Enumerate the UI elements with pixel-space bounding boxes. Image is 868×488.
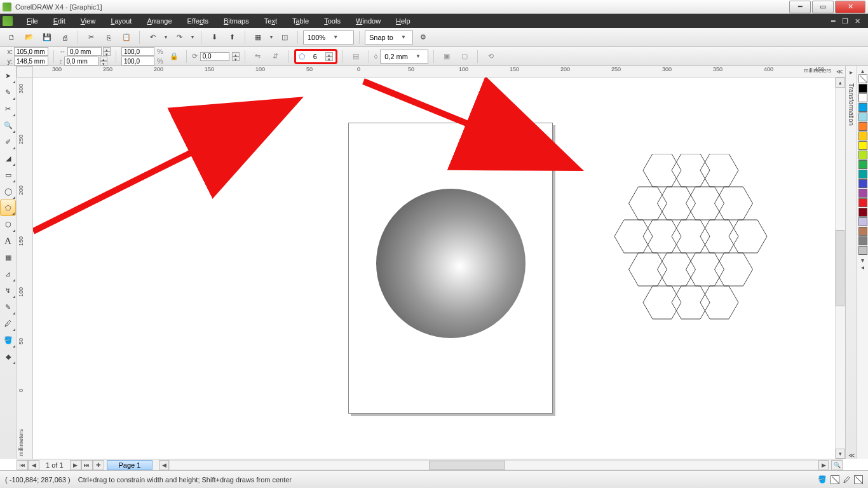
horizontal-scrollbar[interactable]: ◀ ▶ <box>159 460 829 470</box>
cut-button[interactable]: ✂ <box>83 30 98 45</box>
add-page-button[interactable]: ✚ <box>93 460 104 470</box>
polygon-sides-control[interactable]: ⬠ ▴▾ <box>294 49 337 64</box>
eyedropper-tool[interactable]: ✎ <box>0 299 16 315</box>
width-input[interactable] <box>67 47 102 56</box>
menu-help[interactable]: Help <box>388 15 418 27</box>
shape-tool[interactable]: ✎ <box>0 84 16 100</box>
x-position-input[interactable] <box>14 47 48 56</box>
menu-window[interactable]: Window <box>348 15 388 27</box>
next-page-button[interactable]: ▶ <box>70 460 81 470</box>
color-swatch[interactable] <box>858 170 867 179</box>
polygon-sides-input[interactable] <box>308 53 323 60</box>
redo-dropdown[interactable]: ▾ <box>189 34 196 40</box>
mirror-v-button[interactable]: ⇵ <box>268 49 283 64</box>
color-swatch[interactable] <box>858 103 867 112</box>
height-input[interactable] <box>64 57 98 65</box>
outline-tool[interactable]: 🖊 <box>0 315 16 332</box>
paste-button[interactable]: 📋 <box>119 30 134 45</box>
zoom-page-button[interactable]: 🔍 <box>831 460 843 470</box>
outline-width-combo[interactable]: 0,2 mm ▼ <box>380 50 428 64</box>
copy-button[interactable]: ⎘ <box>101 30 116 45</box>
print-button[interactable]: 🖨 <box>57 30 72 45</box>
app-logo-icon[interactable] <box>3 16 13 26</box>
palette-up[interactable]: ▴ <box>861 67 864 74</box>
color-swatch[interactable] <box>858 198 867 207</box>
mirror-h-button[interactable]: ⇋ <box>250 49 266 64</box>
vertical-ruler[interactable]: millimeters 300250200150100500 <box>17 78 33 459</box>
table-tool[interactable]: ▦ <box>0 249 16 266</box>
menu-tools[interactable]: Tools <box>316 15 348 27</box>
menu-arrange[interactable]: Arrange <box>139 15 179 27</box>
color-swatch[interactable] <box>858 236 867 245</box>
color-swatch[interactable] <box>858 208 867 217</box>
palette-flyout[interactable]: ◂ <box>861 264 864 271</box>
export-button[interactable]: ⬆ <box>224 30 240 45</box>
open-button[interactable]: 📂 <box>22 30 37 45</box>
maximize-button[interactable]: ▭ <box>812 1 834 13</box>
ruler-origin[interactable] <box>17 66 33 78</box>
text-tool[interactable]: A <box>0 233 16 249</box>
hexagon-cluster[interactable] <box>586 154 776 325</box>
zoom-tool[interactable]: 🔍 <box>0 117 16 133</box>
fill-tool[interactable]: 🪣 <box>0 332 16 348</box>
basic-shapes-tool[interactable]: ⬡ <box>0 216 16 233</box>
pick-tool[interactable]: ➤ <box>0 67 16 84</box>
zoom-combo[interactable]: 100% ▼ <box>303 30 354 44</box>
palette-down[interactable]: ▾ <box>861 257 864 264</box>
color-swatch[interactable] <box>858 112 867 121</box>
transformation-docker-tab[interactable]: Transformation <box>848 81 855 128</box>
color-swatch[interactable] <box>858 132 867 140</box>
first-page-button[interactable]: ⏮ <box>17 460 28 470</box>
refresh-button[interactable]: ⟲ <box>483 49 498 64</box>
menu-table[interactable]: Table <box>285 15 316 27</box>
lock-ratio-button[interactable]: 🔒 <box>167 52 181 60</box>
color-swatch[interactable] <box>858 179 867 188</box>
mdi-minimize-button[interactable]: ━ <box>831 17 836 25</box>
color-swatch[interactable] <box>858 246 867 255</box>
vertical-scrollbar[interactable]: ▴ ▾ <box>835 78 845 459</box>
drawing-canvas[interactable] <box>33 78 835 459</box>
dimension-tool[interactable]: ⊿ <box>0 266 16 282</box>
app-launcher-dropdown[interactable]: ▾ <box>268 34 275 40</box>
sides-up[interactable]: ▴ <box>325 52 333 57</box>
menu-edit[interactable]: Edit <box>46 15 73 27</box>
color-swatch[interactable] <box>858 84 867 93</box>
freehand-tool[interactable]: ✐ <box>0 133 16 150</box>
docker-collapse[interactable]: ≪ <box>848 452 855 459</box>
crop-tool[interactable]: ✂ <box>0 100 16 117</box>
polygon-tool[interactable]: ⬠ <box>0 200 16 216</box>
minimize-button[interactable]: ━ <box>789 1 811 13</box>
fill-none-indicator[interactable] <box>831 475 839 484</box>
rectangle-tool[interactable]: ▭ <box>0 166 16 183</box>
last-page-button[interactable]: ⏭ <box>81 460 93 470</box>
menu-effects[interactable]: Effects <box>180 15 216 27</box>
sides-down[interactable]: ▾ <box>325 57 333 61</box>
outline-none-indicator[interactable] <box>854 475 863 484</box>
color-swatch[interactable] <box>858 93 867 102</box>
page-tab-1[interactable]: Page 1 <box>107 460 153 470</box>
smart-fill-tool[interactable]: ◢ <box>0 150 16 166</box>
connector-tool[interactable]: ↯ <box>0 282 16 299</box>
new-button[interactable]: 🗋 <box>4 30 19 45</box>
menu-layout[interactable]: Layout <box>103 15 139 27</box>
color-swatch[interactable] <box>858 122 867 131</box>
sphere-object[interactable] <box>376 189 526 338</box>
interactive-fill-tool[interactable]: ◆ <box>0 348 16 365</box>
redo-button[interactable]: ↷ <box>172 30 187 45</box>
import-button[interactable]: ⬇ <box>207 30 222 45</box>
undo-button[interactable]: ↶ <box>145 30 160 45</box>
wrap-button[interactable]: ▣ <box>439 49 454 64</box>
rotation-input[interactable] <box>200 52 229 61</box>
menu-file[interactable]: File <box>19 15 46 27</box>
behind-button[interactable]: ▢ <box>457 49 472 64</box>
color-swatch[interactable] <box>858 217 867 226</box>
horizontal-ruler[interactable]: millimeters 3002502001501005005010015020… <box>33 66 834 78</box>
color-swatch[interactable] <box>858 227 867 236</box>
ellipse-tool[interactable]: ◯ <box>0 183 16 200</box>
undo-dropdown[interactable]: ▾ <box>163 34 169 40</box>
prev-page-button[interactable]: ◀ <box>28 460 39 470</box>
no-color-swatch[interactable] <box>858 74 867 83</box>
mdi-restore-button[interactable]: ❐ <box>842 17 848 25</box>
scale-y-input[interactable] <box>121 57 154 65</box>
menu-bitmaps[interactable]: Bitmaps <box>216 15 257 27</box>
